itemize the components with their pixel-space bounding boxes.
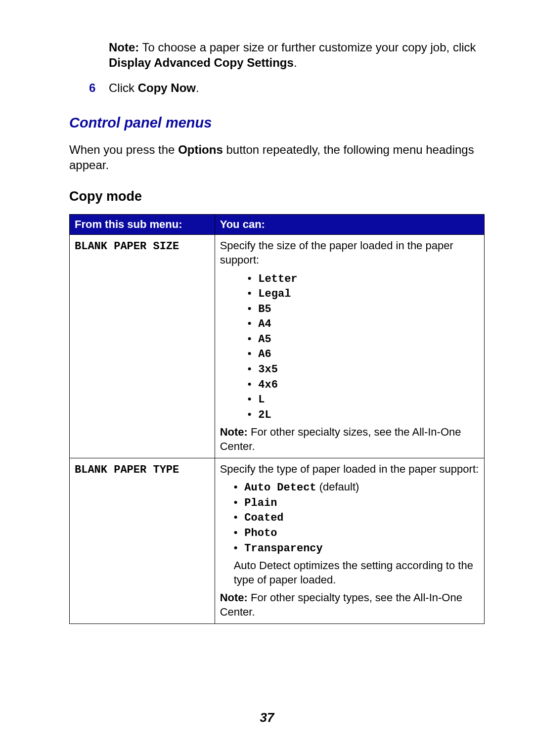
list-item: Coated [234, 510, 479, 526]
table-head-row: From this sub menu: You can: [70, 214, 485, 235]
section-heading: Control panel menus [69, 114, 485, 133]
option-value: Letter [258, 273, 297, 285]
list-item: Letter [248, 271, 479, 287]
row-note: Note: For other specialty sizes, see the… [220, 425, 479, 453]
option-value: Legal [258, 288, 291, 300]
table-row: BLANK PAPER TYPE Specify the type of pap… [70, 458, 485, 623]
step-text: Click Copy Now. [109, 80, 199, 95]
list-item: 4x6 [248, 377, 479, 393]
list-item: Transparency [234, 541, 479, 556]
option-value: Transparency [244, 542, 322, 555]
list-item: Legal [248, 286, 479, 302]
option-suffix: (default) [316, 481, 359, 493]
option-value: Plain [244, 497, 277, 509]
note-text-after: . [294, 56, 297, 69]
table-head-youcan: You can: [215, 214, 484, 235]
option-value: A5 [258, 333, 271, 346]
step-number: 6 [89, 80, 109, 95]
desc-intro: Specify the size of the paper loaded in … [220, 239, 479, 267]
options-list: Auto Detect (default) Plain Coated Photo… [220, 480, 479, 556]
para-before: When you press the [69, 143, 178, 156]
option-value: L [258, 394, 265, 406]
submenu-name: BLANK PAPER SIZE [75, 240, 179, 253]
table-head-submenu: From this sub menu: [70, 214, 215, 235]
list-item: Photo [234, 526, 479, 541]
step-text-after: . [196, 81, 199, 94]
row-note: Note: For other specialty types, see the… [220, 591, 479, 619]
option-value: Photo [244, 527, 277, 539]
list-item: Auto Detect (default) [234, 480, 479, 495]
row-note-prefix: Note: [220, 426, 248, 438]
list-item: 2L [248, 407, 479, 423]
row-note-prefix: Note: [220, 591, 248, 604]
list-item: 3x5 [248, 362, 479, 377]
option-value: 4x6 [258, 379, 278, 391]
desc-intro: Specify the type of paper loaded in the … [220, 462, 479, 477]
submenu-name: BLANK PAPER TYPE [75, 464, 179, 476]
list-item: Plain [234, 495, 479, 511]
step-6: 6 Click Copy Now. [89, 80, 485, 95]
extra-text: Auto Detect optimizes the setting accord… [220, 559, 479, 587]
note-prefix: Note: [109, 41, 139, 54]
step-text-before: Click [109, 81, 138, 94]
list-item: L [248, 392, 479, 407]
list-item: A6 [248, 347, 479, 362]
document-page: Note: To choose a paper size or further … [0, 0, 534, 756]
subsection-heading: Copy mode [69, 188, 485, 205]
list-item: A5 [248, 332, 479, 347]
option-value: Coated [244, 512, 283, 524]
option-value: A4 [258, 318, 271, 330]
para-bold: Options [178, 143, 223, 156]
list-item: B5 [248, 302, 479, 317]
modes-table: From this sub menu: You can: BLANK PAPER… [69, 214, 485, 624]
page-number: 37 [0, 710, 534, 726]
note-bold-link: Display Advanced Copy Settings [109, 56, 294, 69]
step-bold-link: Copy Now [138, 81, 196, 94]
note-text-before: To choose a paper size or further custom… [139, 41, 476, 54]
note-paragraph: Note: To choose a paper size or further … [109, 40, 485, 70]
option-value: 2L [258, 409, 271, 421]
table-row: BLANK PAPER SIZE Specify the size of the… [70, 235, 485, 458]
option-value: 3x5 [258, 363, 278, 376]
options-list: Letter Legal B5 A4 A5 A6 3x5 4x6 L 2L [220, 271, 479, 423]
row-note-text: For other specialty sizes, see the All-I… [220, 426, 461, 452]
option-value: A6 [258, 348, 271, 360]
option-value: B5 [258, 303, 271, 315]
list-item: A4 [248, 316, 479, 332]
row-note-text: For other specialty types, see the All-I… [220, 591, 462, 618]
section-paragraph: When you press the Options button repeat… [69, 142, 485, 173]
option-value: Auto Detect [244, 482, 316, 494]
